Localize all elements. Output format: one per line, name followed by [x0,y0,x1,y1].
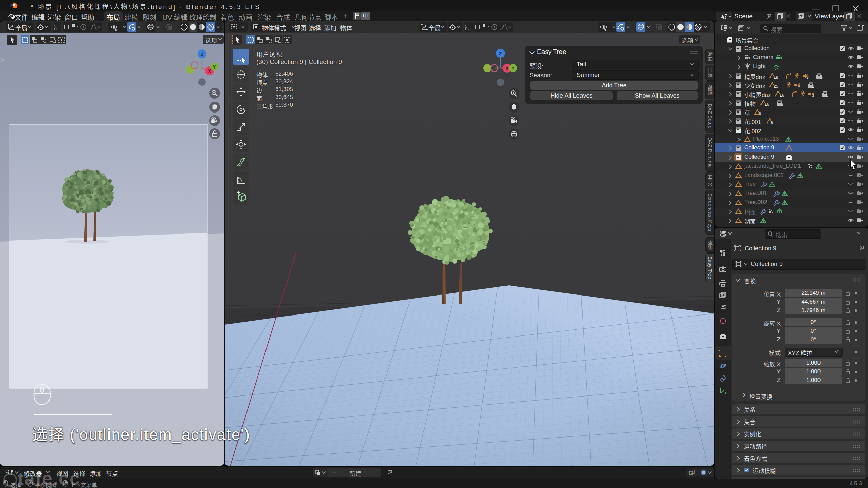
svg-text:Z: Z [499,51,502,56]
svg-text:X: X [208,68,211,74]
svg-text:X: X [505,66,509,71]
svg-text:Y: Y [511,66,515,71]
svg-text:Z: Z [201,52,204,57]
svg-text:Y: Y [213,64,216,70]
